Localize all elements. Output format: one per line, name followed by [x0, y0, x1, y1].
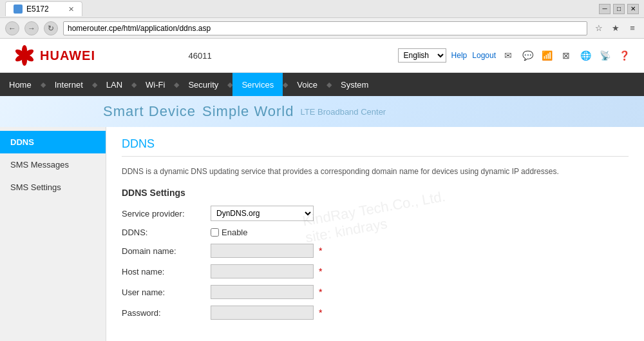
- host-name-input[interactable]: [211, 264, 314, 278]
- hero-subtitle: LTE Broadband Center: [300, 107, 386, 117]
- nav-sep-6: ◆: [283, 81, 288, 89]
- nav-voice[interactable]: Voice: [288, 73, 327, 96]
- device-id: 46011: [188, 51, 211, 61]
- nav-sep-4: ◆: [174, 81, 179, 89]
- info-icon[interactable]: ❓: [617, 48, 631, 63]
- back-button[interactable]: ←: [5, 21, 19, 35]
- service-provider-row: Service provider: DynDNS.org No-IP.com: [122, 206, 629, 221]
- content-area: KindRay Tech.Co., Ltd. site: kindrays DD…: [106, 127, 644, 341]
- nav-sep-7: ◆: [327, 81, 332, 89]
- bookmark-icon[interactable]: ☆: [592, 22, 605, 35]
- service-provider-label: Service provider:: [122, 209, 205, 219]
- user-name-row: User name: *: [122, 285, 629, 299]
- huawei-logo-icon: [13, 44, 36, 67]
- nav-sep-5: ◆: [227, 81, 232, 89]
- tab-close-button[interactable]: ✕: [68, 5, 74, 14]
- logout-link[interactable]: Logout: [472, 51, 496, 60]
- host-name-label: Host name:: [122, 267, 205, 277]
- hero-simple-world: Simple World: [202, 103, 294, 120]
- ddns-enable-label: Enable: [211, 228, 247, 237]
- browser-toolbar-icons: ☆ ★ ≡: [592, 22, 639, 35]
- window-controls: ─ □ ✕: [599, 4, 639, 14]
- domain-name-required: *: [319, 246, 322, 256]
- content-description: DDNS is a dynamic DNS updating service t…: [122, 166, 629, 177]
- ddns-label: DDNS:: [122, 228, 205, 237]
- browser-tab[interactable]: E5172 ✕: [5, 1, 82, 16]
- service-provider-select[interactable]: DynDNS.org No-IP.com: [211, 206, 314, 221]
- browser-addressbar: ← → ↻ ☆ ★ ≡: [0, 18, 644, 39]
- sidebar-item-ddns[interactable]: DDNS: [0, 131, 106, 153]
- minimize-button[interactable]: ─: [599, 4, 611, 14]
- nav-security[interactable]: Security: [179, 73, 227, 96]
- nav-system[interactable]: System: [332, 73, 377, 96]
- huawei-logo: HUAWEI: [13, 44, 95, 67]
- ddns-enable-row: DDNS: Enable: [122, 228, 629, 237]
- section-title: DDNS Settings: [122, 188, 629, 198]
- mail-icon[interactable]: ✉: [501, 48, 515, 63]
- language-select[interactable]: English Chinese: [398, 48, 446, 63]
- domain-name-input[interactable]: [211, 244, 314, 258]
- nav-sep-1: ◆: [41, 81, 46, 89]
- nav-lan[interactable]: LAN: [97, 73, 131, 96]
- signal-icon[interactable]: 📶: [540, 48, 554, 63]
- nav-home[interactable]: Home: [0, 73, 41, 96]
- hero-smart-device: Smart Device: [103, 103, 196, 120]
- maximize-button[interactable]: □: [613, 4, 625, 14]
- forward-button[interactable]: →: [24, 21, 39, 35]
- hero-banner: Smart Device Simple World LTE Broadband …: [0, 96, 644, 127]
- password-required: *: [319, 307, 322, 318]
- huawei-brand-name: HUAWEI: [40, 48, 95, 63]
- data-icon[interactable]: ⊠: [559, 48, 573, 63]
- sidebar-item-sms-settings[interactable]: SMS Settings: [0, 176, 106, 199]
- ddns-enable-checkbox[interactable]: [211, 228, 219, 237]
- host-name-row: Host name: *: [122, 264, 629, 278]
- nav-sep-2: ◆: [92, 81, 97, 89]
- sms-icon[interactable]: 💬: [520, 48, 535, 63]
- close-window-button[interactable]: ✕: [627, 4, 639, 14]
- tab-title: E5172: [26, 5, 49, 14]
- refresh-button[interactable]: ↻: [44, 21, 58, 35]
- address-bar[interactable]: [63, 21, 587, 35]
- nav-sep-3: ◆: [131, 81, 137, 89]
- nav-internet[interactable]: Internet: [46, 73, 92, 96]
- password-row: Password: *: [122, 306, 629, 320]
- user-name-label: User name:: [122, 287, 205, 297]
- domain-name-label: Domain name:: [122, 246, 205, 256]
- nav-wifi[interactable]: Wi-Fi: [137, 73, 174, 96]
- domain-name-row: Domain name: *: [122, 244, 629, 258]
- password-label: Password:: [122, 308, 205, 318]
- main-layout: DDNS SMS Messages SMS Settings KindRay T…: [0, 127, 644, 341]
- sidebar-item-sms-messages[interactable]: SMS Messages: [0, 153, 106, 176]
- nav-bar: Home ◆ Internet ◆ LAN ◆ Wi-Fi ◆ Security…: [0, 73, 644, 96]
- header-right: English Chinese Help Logout ✉ 💬 📶 ⊠ 🌐 📡 …: [398, 48, 631, 63]
- settings-icon[interactable]: ≡: [626, 22, 639, 35]
- tab-favicon: [14, 5, 23, 14]
- host-name-required: *: [319, 266, 322, 277]
- content-title: DDNS: [122, 137, 629, 157]
- browser-titlebar: E5172 ✕ ─ □ ✕: [0, 0, 644, 18]
- user-name-required: *: [319, 287, 322, 297]
- wifi-icon[interactable]: 📡: [598, 48, 612, 63]
- nav-services[interactable]: Services: [232, 73, 283, 96]
- page-content: HUAWEI 46011 English Chinese Help Logout…: [0, 39, 644, 341]
- password-input[interactable]: [211, 306, 314, 320]
- globe-icon[interactable]: 🌐: [578, 48, 592, 63]
- sidebar: DDNS SMS Messages SMS Settings: [0, 127, 106, 341]
- router-header: HUAWEI 46011 English Chinese Help Logout…: [0, 39, 644, 73]
- help-link[interactable]: Help: [451, 51, 468, 60]
- star-icon[interactable]: ★: [609, 22, 622, 35]
- user-name-input[interactable]: [211, 285, 314, 299]
